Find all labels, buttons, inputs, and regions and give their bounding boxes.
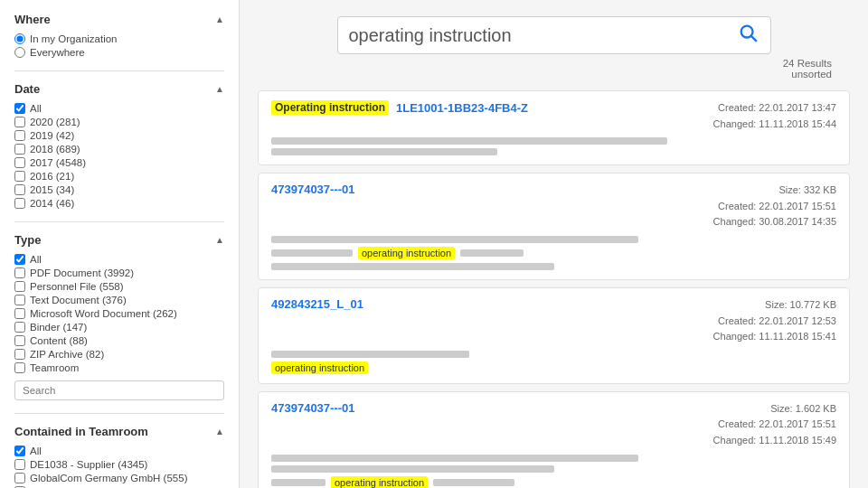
date-option-2017[interactable]: 2017 (4548) xyxy=(14,157,224,168)
result-card-3: 492843215_L_01 Size: 10.772 KB Created: … xyxy=(258,287,850,384)
result-card-4: 473974037---01 Size: 1.602 KB Created: 2… xyxy=(258,391,850,488)
result-3-doc-id[interactable]: 492843215_L_01 xyxy=(271,297,363,311)
teamroom-option-de1038-label: DE1038 - Supplier (4345) xyxy=(30,459,147,470)
date-option-2014-label: 2014 (46) xyxy=(30,198,74,209)
date-option-2014[interactable]: 2014 (46) xyxy=(14,198,224,209)
result-4-doc-id[interactable]: 473974037---01 xyxy=(271,401,355,415)
date-chevron-icon: ▲ xyxy=(215,84,224,94)
date-filter-header: Date ▲ xyxy=(14,82,224,96)
result-2-inline-highlight: operating instruction xyxy=(358,247,455,259)
result-title-left-2: 473974037---01 xyxy=(271,183,713,196)
type-checkbox-group: All PDF Document (3992) Personnel File (… xyxy=(14,254,224,373)
type-option-teamroom-label: Teamroom xyxy=(30,362,79,373)
text-line-with-highlight: operating instruction xyxy=(271,247,836,259)
teamroom-checkbox-group: All DE1038 - Supplier (4345) GlobalCom G… xyxy=(14,446,224,488)
result-2-size: Size: 332 KB xyxy=(778,184,836,195)
type-chevron-icon: ▲ xyxy=(215,235,224,245)
result-3-created: Created: 22.01.2017 12:53 xyxy=(718,315,836,326)
result-3-meta: Size: 10.772 KB Created: 22.01.2017 12:5… xyxy=(713,297,836,345)
where-option-everywhere[interactable]: Everywhere xyxy=(14,47,224,58)
date-option-2020[interactable]: 2020 (281) xyxy=(14,117,224,127)
teamroom-filter-header: Contained in Teamroom ▲ xyxy=(14,425,224,438)
text-line xyxy=(271,263,554,270)
type-option-binder[interactable]: Binder (147) xyxy=(14,322,224,333)
result-2-doc-id[interactable]: 473974037---01 xyxy=(271,183,355,196)
result-title-left-1: Operating instruction 1LE1001-1BB23-4FB4… xyxy=(271,100,713,115)
text-line xyxy=(271,455,638,462)
result-2-meta: Size: 332 KB Created: 22.01.2017 15:51 C… xyxy=(713,183,836,230)
date-filter: Date ▲ All 2020 (281) 2019 (42) 2018 (68… xyxy=(14,82,224,209)
date-option-2016[interactable]: 2016 (21) xyxy=(14,171,224,182)
type-option-word-label: Microsoft Word Document (262) xyxy=(30,308,177,319)
type-option-pdf[interactable]: PDF Document (3992) xyxy=(14,267,224,278)
result-4-created: Created: 22.01.2017 15:51 xyxy=(718,418,836,429)
type-search-input[interactable] xyxy=(14,380,224,400)
where-option-org[interactable]: In my Organization xyxy=(14,33,224,44)
results-area: Operating instruction 1LE1001-1BB23-4FB4… xyxy=(240,90,868,488)
result-4-meta: Size: 1.602 KB Created: 22.01.2017 15:51… xyxy=(713,401,836,449)
results-count: 24 Results xyxy=(783,58,832,69)
text-line xyxy=(271,236,638,243)
where-filter: Where ▲ In my Organization Everywhere xyxy=(14,13,224,58)
teamroom-option-globalcom-de[interactable]: GlobalCom Germany GmbH (555) xyxy=(14,473,224,483)
where-option-everywhere-label: Everywhere xyxy=(30,47,85,58)
date-option-2019[interactable]: 2019 (42) xyxy=(14,130,224,141)
teamroom-option-globalcom-de-label: GlobalCom Germany GmbH (555) xyxy=(30,473,187,483)
result-card-1: Operating instruction 1LE1001-1BB23-4FB4… xyxy=(258,90,850,165)
result-1-doc-id[interactable]: 1LE1001-1BB23-4FB4-Z xyxy=(396,101,528,115)
type-filter-header: Type ▲ xyxy=(14,233,224,247)
result-title-row-3: 492843215_L_01 Size: 10.772 KB Created: … xyxy=(271,297,836,345)
results-sort: unsorted xyxy=(791,69,832,80)
text-line xyxy=(271,351,469,358)
date-option-2015[interactable]: 2015 (34) xyxy=(14,184,224,195)
date-option-2016-label: 2016 (21) xyxy=(30,171,74,182)
result-3-lines: operating instruction xyxy=(271,351,836,374)
result-title-left-3: 492843215_L_01 xyxy=(271,297,713,311)
type-option-word[interactable]: Microsoft Word Document (262) xyxy=(14,308,224,319)
date-option-2019-label: 2019 (42) xyxy=(30,130,74,141)
where-option-org-label: In my Organization xyxy=(30,33,118,44)
type-option-teamroom[interactable]: Teamroom xyxy=(14,362,224,373)
result-title-row-4: 473974037---01 Size: 1.602 KB Created: 2… xyxy=(271,401,836,449)
result-1-changed: Changed: 11.11.2018 15:44 xyxy=(713,118,836,129)
type-option-text[interactable]: Text Document (376) xyxy=(14,295,224,305)
result-2-lines: operating instruction xyxy=(271,236,836,270)
date-option-2017-label: 2017 (4548) xyxy=(30,157,86,168)
teamroom-option-de1038[interactable]: DE1038 - Supplier (4345) xyxy=(14,459,224,470)
teamroom-option-all[interactable]: All xyxy=(14,446,224,456)
where-chevron-icon: ▲ xyxy=(215,14,224,24)
result-4-changed: Changed: 11.11.2018 15:49 xyxy=(713,435,836,446)
date-option-all[interactable]: All xyxy=(14,103,224,114)
text-line xyxy=(271,148,497,155)
type-option-personnel[interactable]: Personnel File (558) xyxy=(14,281,224,292)
date-option-2020-label: 2020 (281) xyxy=(30,117,80,127)
result-4-inline-highlight: operating instruction xyxy=(331,476,428,488)
type-option-binder-label: Binder (147) xyxy=(30,322,87,333)
date-option-2018[interactable]: 2018 (689) xyxy=(14,144,224,155)
result-2-created: Created: 22.01.2017 15:51 xyxy=(718,201,836,211)
search-button[interactable] xyxy=(736,23,760,48)
type-option-content[interactable]: Content (88) xyxy=(14,335,224,346)
result-title-left-4: 473974037---01 xyxy=(271,401,713,415)
type-option-all[interactable]: All xyxy=(14,254,224,265)
date-checkbox-group: All 2020 (281) 2019 (42) 2018 (689) 2017… xyxy=(14,103,224,209)
type-filter: Type ▲ All PDF Document (3992) Personnel… xyxy=(14,233,224,400)
search-input[interactable] xyxy=(349,25,736,46)
result-2-changed: Changed: 30.08.2017 14:35 xyxy=(713,216,836,227)
text-line-with-highlight: operating instruction xyxy=(271,361,836,374)
date-option-2018-label: 2018 (689) xyxy=(30,144,80,155)
type-option-content-label: Content (88) xyxy=(30,335,88,346)
result-1-highlight-badge: Operating instruction xyxy=(271,100,389,115)
result-3-inline-highlight: operating instruction xyxy=(271,361,368,374)
main-content: 24 Results unsorted Operating instructio… xyxy=(240,0,868,488)
result-4-size: Size: 1.602 KB xyxy=(770,403,836,414)
type-option-text-label: Text Document (376) xyxy=(30,295,127,305)
where-label: Where xyxy=(14,13,51,26)
svg-line-1 xyxy=(751,36,756,41)
results-info: 24 Results unsorted xyxy=(783,58,832,80)
result-title-row-1: Operating instruction 1LE1001-1BB23-4FB4… xyxy=(271,100,836,132)
type-option-all-label: All xyxy=(30,254,42,265)
result-1-lines xyxy=(271,137,836,155)
type-option-zip[interactable]: ZIP Archive (82) xyxy=(14,349,224,360)
result-1-meta: Created: 22.01.2017 13:47 Changed: 11.11… xyxy=(713,100,836,132)
